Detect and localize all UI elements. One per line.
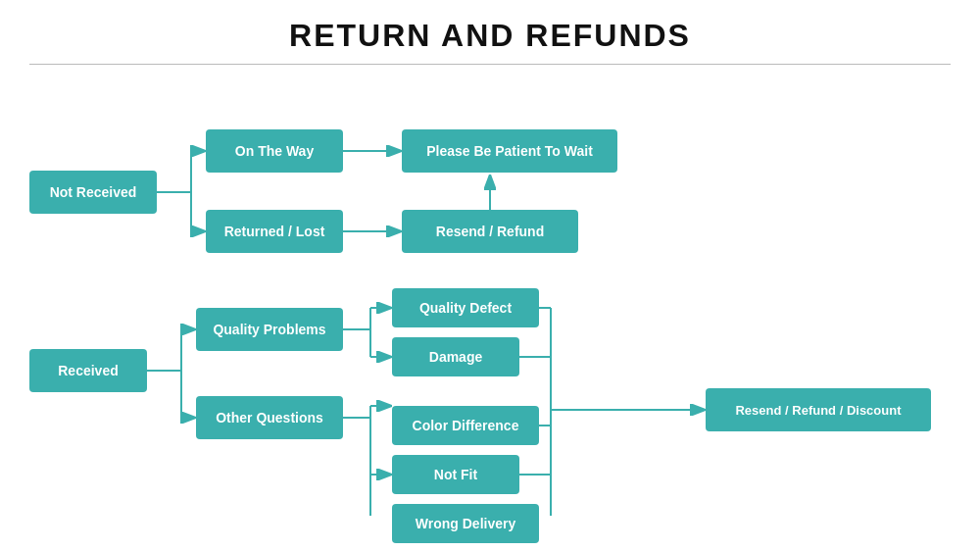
color-difference-box: Color Difference: [392, 406, 539, 445]
diagram-area: Not Received On The Way Returned / Lost …: [0, 65, 980, 516]
on-the-way-box: On The Way: [206, 129, 343, 173]
please-wait-box: Please Be Patient To Wait: [402, 129, 617, 173]
resend-refund-box: Resend / Refund: [402, 210, 578, 253]
returned-lost-box: Returned / Lost: [206, 210, 343, 253]
other-questions-box: Other Questions: [196, 396, 343, 439]
damage-box: Damage: [392, 337, 519, 376]
not-fit-box: Not Fit: [392, 455, 519, 494]
resend-refund-discount-box: Resend / Refund / Discount: [706, 388, 931, 431]
received-box: Received: [29, 349, 147, 392]
quality-problems-box: Quality Problems: [196, 308, 343, 351]
wrong-delivery-box: Wrong Delivery: [392, 504, 539, 543]
page-title: RETURN AND REFUNDS: [0, 0, 980, 64]
not-received-box: Not Received: [29, 171, 157, 214]
quality-defect-box: Quality Defect: [392, 288, 539, 327]
